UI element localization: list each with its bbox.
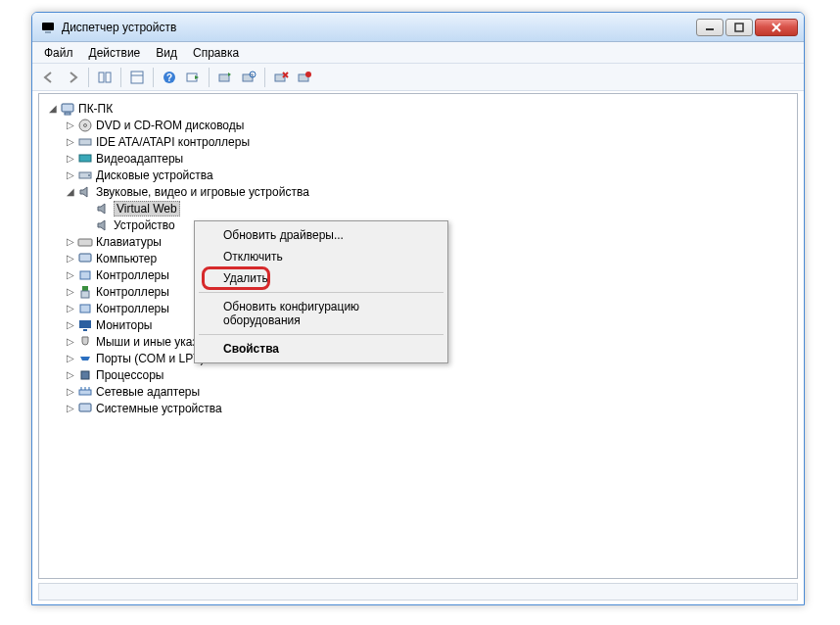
menu-action[interactable]: Действие	[81, 44, 149, 62]
expand-icon[interactable]: ▷	[65, 120, 76, 130]
svg-text:?: ?	[166, 72, 172, 83]
svg-rect-39	[79, 404, 91, 411]
tree-label: Видеоадаптеры	[96, 152, 183, 166]
tree-node-virtual-web[interactable]: Virtual Web	[43, 200, 793, 216]
minimize-button[interactable]	[696, 19, 723, 36]
computer-icon	[77, 251, 93, 266]
display-adapter-icon	[77, 151, 93, 167]
svg-rect-29	[78, 239, 92, 246]
expand-icon[interactable]: ▷	[65, 319, 76, 330]
svg-point-24	[84, 123, 87, 126]
svg-rect-26	[79, 155, 91, 162]
svg-point-20	[305, 72, 311, 77]
svg-rect-37	[81, 371, 89, 379]
toolbar: ?	[32, 64, 804, 91]
tree-label: Процессоры	[96, 368, 164, 382]
tree-node-network[interactable]: ▷ Сетевые адаптеры	[43, 383, 793, 400]
controller-icon	[77, 267, 93, 283]
keyboard-icon	[77, 234, 93, 250]
ctx-separator	[199, 292, 443, 293]
tree-label: DVD и CD-ROM дисководы	[96, 119, 244, 132]
tree-root[interactable]: ◢ ПК-ПК	[43, 100, 793, 117]
tree-label: IDE ATA/ATAPI контроллеры	[96, 135, 250, 149]
tb-update-button[interactable]	[214, 67, 236, 88]
tb-back-button[interactable]	[38, 67, 60, 88]
tb-disable-button[interactable]	[294, 67, 315, 88]
tb-properties-button[interactable]	[126, 67, 148, 88]
usb-icon	[77, 284, 93, 300]
tree-node-sound[interactable]: ◢ Звуковые, видео и игровые устройства	[43, 183, 793, 200]
port-icon	[77, 351, 93, 366]
tb-scan-button[interactable]	[238, 67, 259, 88]
expand-icon[interactable]: ▷	[65, 303, 76, 313]
ctx-update-drivers[interactable]: Обновить драйверы...	[198, 224, 444, 246]
menu-file[interactable]: Файл	[36, 44, 81, 62]
svg-rect-35	[79, 320, 91, 328]
expand-icon[interactable]: ▷	[65, 353, 76, 363]
toolbar-separator	[209, 68, 210, 87]
svg-rect-22	[65, 113, 70, 115]
tree-label: Дисковые устройства	[96, 168, 213, 182]
tb-uninstall-button[interactable]	[270, 67, 292, 88]
svg-rect-30	[79, 254, 91, 262]
expand-icon[interactable]: ▷	[65, 369, 76, 380]
expand-icon[interactable]: ▷	[65, 386, 76, 397]
toolbar-separator	[264, 68, 265, 87]
maximize-button[interactable]	[725, 19, 753, 36]
tree-node-system[interactable]: ▷ Системные устройства	[43, 400, 793, 416]
cpu-icon	[77, 367, 93, 383]
window-title: Диспетчер устройств	[62, 21, 696, 34]
expand-icon[interactable]: ▷	[65, 253, 76, 264]
ctx-delete[interactable]: Удалить	[198, 267, 444, 289]
toolbar-separator	[88, 68, 89, 87]
expand-icon[interactable]: ▷	[65, 336, 76, 347]
tree-label: Контроллеры	[96, 268, 169, 282]
svg-rect-6	[99, 72, 104, 82]
collapse-icon[interactable]: ◢	[65, 186, 76, 197]
mouse-icon	[77, 334, 93, 350]
tree-node-dvd[interactable]: ▷ DVD и CD-ROM дисководы	[43, 117, 793, 133]
statusbar	[38, 583, 798, 601]
expand-icon[interactable]: ▷	[65, 269, 76, 280]
speaker-icon	[95, 201, 111, 216]
svg-rect-0	[42, 23, 54, 30]
tree-label: Мониторы	[96, 318, 152, 332]
computer-icon	[60, 101, 75, 117]
titlebar: Диспетчер устройств	[32, 13, 804, 42]
tree-node-ide[interactable]: ▷ IDE ATA/ATAPI контроллеры	[43, 133, 793, 150]
ctx-properties[interactable]: Свойства	[198, 338, 444, 360]
svg-rect-8	[131, 72, 143, 83]
tb-show-hide-button[interactable]	[94, 67, 116, 88]
expand-icon[interactable]: ▷	[65, 236, 76, 247]
tree-node-disk[interactable]: ▷ Дисковые устройства	[43, 167, 793, 183]
svg-rect-34	[80, 305, 90, 312]
tb-help-button[interactable]: ?	[159, 67, 180, 88]
drive-icon	[77, 134, 93, 150]
toolbar-separator	[120, 68, 121, 87]
tb-forward-button[interactable]	[62, 67, 83, 88]
tree-label: Контроллеры	[96, 302, 169, 315]
menu-view[interactable]: Вид	[148, 44, 185, 62]
expand-icon[interactable]: ▷	[65, 403, 76, 413]
svg-rect-33	[81, 291, 89, 298]
expand-icon[interactable]: ▷	[65, 169, 76, 180]
ctx-disable[interactable]: Отключить	[198, 246, 444, 267]
expand-icon[interactable]: ▷	[65, 153, 76, 164]
menu-help[interactable]: Справка	[185, 44, 247, 62]
tree-node-video[interactable]: ▷ Видеоадаптеры	[43, 150, 793, 167]
tree-label: Контроллеры	[96, 285, 169, 299]
close-button[interactable]	[755, 19, 798, 36]
speaker-icon	[95, 217, 111, 233]
tree-node-cpu[interactable]: ▷ Процессоры	[43, 366, 793, 383]
tree-label: Компьютер	[96, 252, 157, 265]
monitor-icon	[77, 317, 93, 333]
controller-icon	[77, 301, 93, 316]
tree-label-selected: Virtual Web	[114, 201, 180, 216]
expand-icon[interactable]: ▷	[65, 286, 76, 297]
collapse-icon[interactable]: ◢	[47, 103, 59, 114]
svg-rect-3	[735, 24, 743, 31]
tb-action-button[interactable]	[182, 67, 204, 88]
ctx-update-hw[interactable]: Обновить конфигурацию оборудования	[198, 296, 444, 331]
svg-rect-21	[62, 104, 73, 112]
expand-icon[interactable]: ▷	[65, 136, 76, 147]
